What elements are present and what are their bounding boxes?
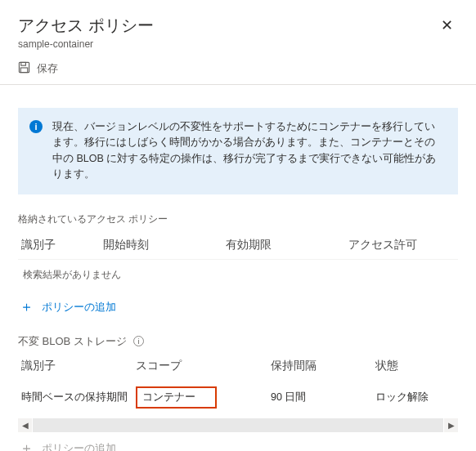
info-message-text: 現在、バージョンレベルの不変性をサポートするためにコンテナーを移行しています。移… <box>52 119 445 183</box>
save-icon <box>18 61 30 76</box>
page-title: アクセス ポリシー <box>18 15 154 37</box>
save-label: 保存 <box>37 61 58 76</box>
scroll-right-arrow[interactable]: ▶ <box>444 418 458 432</box>
immutable-section-label: 不変 BLOB ストレージ i <box>18 334 458 349</box>
add-immutable-policy-button: ＋ ポリシーの追加 <box>18 433 118 452</box>
col2-scope: スコープ <box>136 359 271 373</box>
row-retention: 90 日間 <box>271 391 375 404</box>
col-expiry: 有効期限 <box>226 238 348 252</box>
col-identifier: 識別子 <box>21 238 103 252</box>
row-identifier: 時間ベースの保持期間 <box>21 391 136 404</box>
svg-rect-1 <box>21 62 26 65</box>
col2-retention: 保持間隔 <box>271 359 375 373</box>
save-button[interactable]: 保存 <box>18 61 58 76</box>
close-button[interactable]: ✕ <box>436 15 458 36</box>
close-icon: ✕ <box>441 17 453 33</box>
plus-icon: ＋ <box>20 300 34 314</box>
col2-identifier: 識別子 <box>21 359 136 373</box>
add-stored-policy-label: ポリシーの追加 <box>42 300 116 315</box>
scroll-left-arrow[interactable]: ◀ <box>18 418 32 432</box>
row-status: ロック解除 <box>375 391 458 404</box>
scroll-track[interactable] <box>33 418 443 432</box>
info-message-box: i 現在、バージョンレベルの不変性をサポートするためにコンテナーを移行しています… <box>18 108 458 194</box>
add-immutable-policy-label: ポリシーの追加 <box>42 441 116 452</box>
container-name: sample-container <box>18 38 154 50</box>
svg-rect-2 <box>20 68 27 73</box>
col-start-time: 開始時刻 <box>103 238 226 252</box>
info-help-icon[interactable]: i <box>133 336 144 346</box>
col2-status: 状態 <box>375 359 458 373</box>
horizontal-scrollbar[interactable]: ◀ ▶ <box>18 418 458 433</box>
col-permissions: アクセス許可 <box>348 238 458 252</box>
immutable-header: 識別子 スコープ 保持間隔 状態 <box>18 355 458 380</box>
row-scope-highlighted: コンテナー <box>136 386 217 409</box>
stored-policies-header: 識別子 開始時刻 有効期限 アクセス許可 <box>18 233 458 260</box>
info-icon: i <box>29 120 43 133</box>
immutable-policy-row[interactable]: 時間ベースの保持期間 コンテナー 90 日間 ロック解除 <box>18 380 458 417</box>
plus-icon: ＋ <box>20 441 34 451</box>
stored-policies-label: 格納されているアクセス ポリシー <box>18 212 458 226</box>
stored-policies-empty: 検索結果がありません <box>18 260 458 292</box>
add-stored-policy-button[interactable]: ＋ ポリシーの追加 <box>18 292 118 326</box>
